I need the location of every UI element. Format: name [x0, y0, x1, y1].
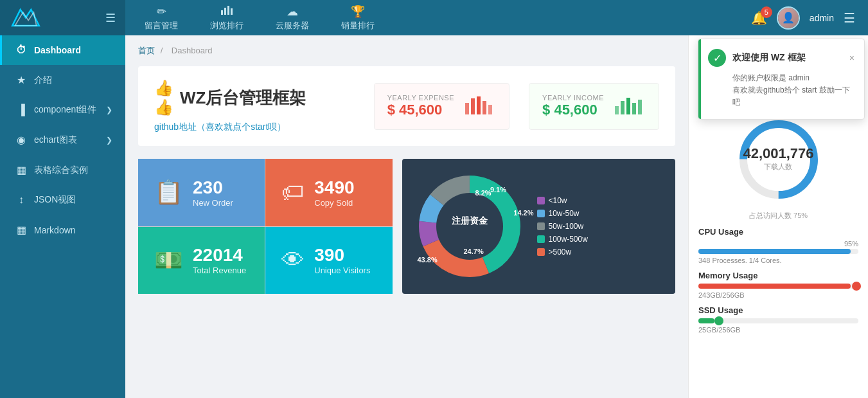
legend-item-3: 100w-500w	[537, 235, 588, 244]
sold-icon: 🏷	[281, 179, 305, 206]
visitors-icon: 👁	[281, 247, 305, 274]
donut-container: 注册资金 8.2% 9.1% 14.2% 43.8% 24.7%	[412, 168, 666, 284]
notif-close-button[interactable]: ×	[849, 53, 855, 63]
browser-icon	[220, 4, 233, 19]
stat-boxes-grid: 📋 230 New Order 🏷 3490 Copy Sold	[138, 159, 393, 294]
orders-num: 230	[193, 177, 233, 198]
notif-green-bar	[698, 39, 701, 119]
expense-card: YEARLY EXPENSE $ 45,600	[374, 83, 509, 130]
expense-chart-icon	[464, 93, 496, 120]
cpu-progress-bar	[698, 249, 858, 254]
top-right: 🔔 5 👤 admin ☰	[751, 6, 855, 30]
bottom-section: 📋 230 New Order 🏷 3490 Copy Sold	[138, 159, 675, 294]
main-area: ✏ 留言管理 浏览排行 ☁ 云服务器 🏆 销量排行 🔔 5 👤 admin	[125, 0, 868, 398]
legend-item-2: 50w-100w	[537, 222, 588, 231]
svg-text:注册资金: 注册资金	[452, 215, 488, 226]
messages-icon: ✏	[157, 5, 166, 19]
breadcrumb-separator: /	[161, 46, 165, 55]
top-hamburger-icon[interactable]: ☰	[844, 10, 855, 26]
notif-line1: 你的账户权限是 admin	[732, 72, 855, 84]
notif-check-icon: ✓	[708, 49, 726, 67]
table-icon: ▦	[15, 164, 28, 176]
nav-browser[interactable]: 浏览排行	[204, 1, 250, 35]
trophy-icon: 🏆	[351, 5, 365, 19]
memory-dot	[852, 282, 861, 291]
svg-rect-12	[621, 101, 624, 114]
notification-popup: ✓ 欢迎使用 WZ 框架 × 你的账户权限是 admin 喜欢就去github给…	[698, 39, 865, 120]
ssd-value: 25GB/256GB	[698, 326, 858, 334]
legend-dot-4	[537, 248, 545, 256]
sidebar: ☰ ⏱ Dashboard ★ 介绍 ▐ component组件 ❯ ◉ ech…	[0, 0, 125, 398]
svg-rect-11	[615, 106, 619, 114]
breadcrumb-home[interactable]: 首页	[138, 46, 155, 55]
legend-label-1: 10w-50w	[549, 209, 580, 218]
legend-item-1: 10w-50w	[537, 209, 588, 218]
dashboard-icon: ⏱	[15, 44, 28, 56]
legend-label-0: <10w	[549, 196, 567, 205]
visitors-label: Unique Visitors	[314, 266, 370, 275]
content-area: 首页 / Dashboard 👍 👍 WZ后台管理框架 github地址（喜欢就…	[125, 35, 868, 398]
svg-rect-14	[632, 103, 636, 114]
download-label: 下载人数	[743, 162, 813, 172]
svg-rect-6	[465, 103, 469, 114]
ssd-progress-bar	[698, 318, 858, 323]
nav-messages[interactable]: ✏ 留言管理	[138, 1, 184, 35]
sidebar-item-intro[interactable]: ★ 介绍	[0, 65, 125, 95]
hero-section: 👍 👍 WZ后台管理框架 github地址（喜欢就点个start呗） YEARL…	[138, 66, 675, 146]
legend-dot-3	[537, 235, 545, 243]
github-link[interactable]: github地址（喜欢就点个start呗）	[154, 122, 355, 133]
expense-info: YEARLY EXPENSE $ 45,600	[387, 94, 454, 118]
visitors-info: 390 Unique Visitors	[314, 245, 370, 275]
main-content: 首页 / Dashboard 👍 👍 WZ后台管理框架 github地址（喜欢就…	[125, 35, 688, 398]
sold-label: Copy Sold	[314, 198, 354, 208]
sidebar-item-dashboard[interactable]: ⏱ Dashboard	[0, 35, 125, 65]
sidebar-item-markdown[interactable]: ▦ Markdown	[0, 215, 125, 245]
visitors-num: 390	[314, 245, 370, 266]
legend-item-0: <10w	[537, 196, 588, 205]
legend-dot-1	[537, 210, 545, 217]
donut-legend: <10w 10w-50w 50w-100w	[537, 196, 588, 257]
admin-name[interactable]: admin	[810, 13, 834, 23]
ssd-dot	[714, 316, 723, 325]
sidebar-item-json[interactable]: ↕ JSON视图	[0, 185, 125, 215]
avatar[interactable]: 👤	[777, 6, 800, 30]
svg-rect-3	[224, 8, 226, 15]
notification-bell[interactable]: 🔔 5	[751, 10, 767, 26]
legend-label-4: >500w	[549, 248, 572, 257]
expense-value: $ 45,600	[387, 102, 454, 118]
sidebar-item-table[interactable]: ▦ 表格综合实例	[0, 155, 125, 185]
donut-chart: 注册资金 8.2% 9.1% 14.2% 43.8% 24.7%	[412, 168, 527, 284]
sidebar-logo: ☰	[0, 0, 125, 35]
cpu-progress-label: 95%	[698, 240, 858, 248]
breadcrumb-current: Dashboard	[172, 46, 213, 55]
stat-box-sold: 🏷 3490 Copy Sold	[265, 159, 392, 226]
system-section: 系统利用率 42,001,776 下载人数 占总访问人数 75%	[698, 93, 858, 334]
income-chart-icon	[614, 93, 646, 120]
cpu-bar-fill	[698, 249, 851, 254]
sidebar-item-echart[interactable]: ◉ echart图表 ❯	[0, 125, 125, 155]
memory-value: 243GB/256GB	[698, 291, 858, 299]
orders-icon: 📋	[154, 179, 183, 206]
avatar-image: 👤	[778, 8, 799, 28]
nav-cloud[interactable]: ☁ 云服务器	[269, 1, 315, 35]
revenue-info: 22014 Total Revenue	[193, 245, 246, 275]
circle-gauge: 42,001,776 下载人数	[734, 114, 824, 204]
notification-badge: 5	[761, 6, 772, 18]
income-card: YEARLY INCOME $ 45,600	[529, 83, 659, 130]
sidebar-item-component[interactable]: ▐ component组件 ❯	[0, 95, 125, 125]
hamburger-icon[interactable]: ☰	[105, 11, 116, 25]
json-icon: ↕	[15, 194, 28, 206]
legend-item-4: >500w	[537, 248, 588, 257]
notif-header: ✓ 欢迎使用 WZ 框架 ×	[708, 49, 855, 67]
svg-rect-5	[231, 8, 233, 15]
income-label: YEARLY INCOME	[542, 94, 604, 102]
stat-box-orders: 📋 230 New Order	[138, 159, 265, 226]
download-count: 42,001,776	[743, 145, 813, 162]
nav-sales[interactable]: 🏆 销量排行	[335, 1, 381, 35]
component-icon: ▐	[15, 104, 28, 116]
notif-line2: 喜欢就去github给个 start 鼓励一下吧	[732, 84, 855, 109]
svg-rect-9	[483, 101, 486, 114]
hero-title: 👍 👍 WZ后台管理框架	[154, 79, 355, 116]
cpu-label: CPU Usage	[698, 227, 858, 237]
echart-icon: ◉	[15, 134, 28, 146]
